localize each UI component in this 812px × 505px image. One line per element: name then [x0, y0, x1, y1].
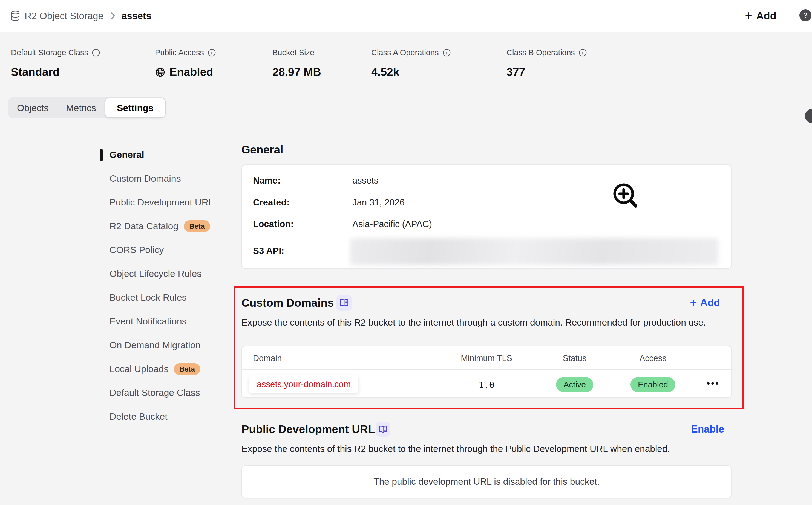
settings-sidebar: General Custom Domains Public Developmen…: [110, 143, 214, 429]
sidebar-item-delete-bucket[interactable]: Delete Bucket: [110, 404, 214, 429]
stat-label: Class A Operations: [371, 48, 439, 57]
access-badge: Enabled: [631, 377, 675, 392]
edge-floating-button[interactable]: [805, 109, 812, 123]
public-dev-url-enable-button[interactable]: Enable: [691, 424, 724, 435]
custom-domains-add-button[interactable]: + Add: [690, 297, 720, 309]
sidebar-item-local-uploads[interactable]: Local Uploads Beta: [110, 357, 214, 381]
sidebar-item-public-development-url[interactable]: Public Development URL: [110, 190, 214, 214]
add-button-label: Add: [756, 10, 776, 22]
sidebar-item-general[interactable]: General: [110, 143, 214, 167]
database-icon: [10, 10, 20, 21]
stat-label: Class B Operations: [507, 48, 575, 57]
stat-label: Default Storage Class: [11, 48, 88, 57]
name-value: assets: [352, 175, 378, 186]
custom-domains-table: Domain Minimum TLS Status Access assets.…: [242, 346, 731, 398]
book-icon: [339, 298, 349, 308]
breadcrumb: R2 Object Storage assets: [10, 0, 151, 32]
info-icon[interactable]: [92, 48, 100, 57]
chevron-right-icon: [110, 11, 116, 20]
sidebar-item-cors-policy[interactable]: CORS Policy: [110, 238, 214, 262]
tabs-divider: [0, 124, 812, 124]
public-dev-url-docs-button[interactable]: [376, 422, 390, 437]
location-value: Asia-Pacific (APAC): [352, 219, 432, 229]
sidebar-item-default-storage-class[interactable]: Default Storage Class: [110, 381, 214, 404]
public-dev-url-description: Expose the contents of this R2 bucket to…: [242, 444, 670, 454]
s3-api-label: S3 API:: [253, 246, 284, 256]
info-icon[interactable]: [208, 48, 216, 57]
bucket-tabs: Objects Metrics Settings: [8, 97, 166, 119]
public-dev-url-disabled-message: The public development URL is disabled f…: [374, 477, 599, 487]
sidebar-item-custom-domains[interactable]: Custom Domains: [110, 167, 214, 190]
minimum-tls-value: 1.0: [479, 380, 495, 390]
stat-value: Enabled: [169, 66, 213, 78]
beta-badge: Beta: [184, 220, 210, 232]
row-actions-menu-button[interactable]: •••: [707, 378, 720, 389]
sidebar-active-indicator: [100, 149, 103, 161]
sidebar-item-event-notifications[interactable]: Event Notifications: [110, 309, 214, 333]
plus-icon: +: [745, 9, 752, 22]
stat-label: Bucket Size: [272, 48, 314, 57]
bucket-stats-bar: Default Storage Class Standard Public Ac…: [0, 32, 812, 90]
info-icon[interactable]: [578, 48, 587, 57]
column-header-access: Access: [640, 353, 666, 363]
tab-objects[interactable]: Objects: [8, 97, 57, 119]
custom-domains-heading: Custom Domains: [242, 297, 334, 309]
breadcrumb-current: assets: [122, 10, 151, 21]
add-button[interactable]: + Add: [745, 0, 776, 32]
general-card: Name: assets Created: Jan 31, 2026 Locat…: [242, 164, 731, 269]
column-header-domain: Domain: [253, 353, 282, 363]
location-label: Location:: [253, 219, 293, 229]
breadcrumb-root-label: R2 Object Storage: [25, 10, 104, 21]
info-icon[interactable]: [442, 48, 451, 57]
general-section-heading: General: [242, 143, 283, 156]
tab-metrics[interactable]: Metrics: [57, 97, 105, 119]
globe-icon: [155, 67, 165, 77]
stat-value: 4.52k: [371, 66, 399, 78]
book-icon: [379, 425, 388, 434]
s3-api-redacted-value: [350, 238, 718, 265]
help-button[interactable]: ?: [799, 9, 811, 21]
sidebar-item-bucket-lock-rules[interactable]: Bucket Lock Rules: [110, 286, 214, 309]
table-header-divider: [242, 369, 731, 370]
stat-value: 28.97 MB: [272, 66, 321, 78]
column-header-status: Status: [563, 353, 586, 363]
public-dev-url-disabled-card: The public development URL is disabled f…: [242, 465, 731, 498]
stat-value: 377: [507, 66, 525, 78]
stat-label: Public Access: [155, 48, 204, 57]
stat-value: Standard: [11, 66, 60, 78]
top-bar: R2 Object Storage assets + Add ?: [0, 0, 812, 32]
sidebar-item-on-demand-migration[interactable]: On Demand Migration: [110, 333, 214, 357]
beta-badge: Beta: [174, 363, 200, 375]
plus-icon: +: [690, 297, 697, 309]
custom-domains-docs-button[interactable]: [336, 295, 352, 311]
created-value: Jan 31, 2026: [352, 197, 405, 208]
status-badge: Active: [556, 377, 593, 392]
domain-link[interactable]: assets.your-domain.com: [249, 375, 358, 393]
sidebar-item-r2-data-catalog[interactable]: R2 Data Catalog Beta: [110, 214, 214, 238]
breadcrumb-root[interactable]: R2 Object Storage: [10, 10, 104, 21]
created-label: Created:: [253, 197, 290, 208]
column-header-minimum-tls: Minimum TLS: [461, 353, 512, 363]
sidebar-item-object-lifecycle-rules[interactable]: Object Lifecycle Rules: [110, 262, 214, 286]
custom-domains-description: Expose the contents of this R2 bucket to…: [242, 317, 706, 328]
help-icon: ?: [803, 11, 808, 20]
tab-settings[interactable]: Settings: [105, 98, 166, 118]
public-dev-url-heading: Public Development URL: [242, 423, 375, 436]
name-label: Name:: [253, 175, 281, 186]
